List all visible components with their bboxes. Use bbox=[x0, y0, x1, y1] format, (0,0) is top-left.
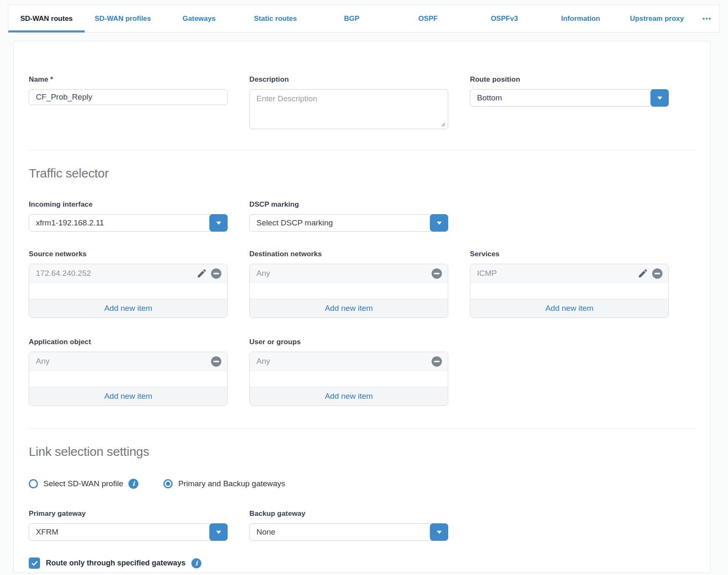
dscp-marking-value: Select DSCP marking bbox=[256, 218, 333, 228]
radio-label: Select SD-WAN profile bbox=[43, 479, 123, 488]
backup-gateway-field-group: Backup gateway None bbox=[249, 510, 448, 541]
info-icon[interactable]: i bbox=[191, 558, 201, 568]
more-tabs-icon[interactable]: ••• bbox=[695, 5, 719, 32]
tab-bgp[interactable]: BGP bbox=[314, 5, 390, 32]
application-object-listbox: Any Add new item bbox=[29, 352, 228, 406]
list-item: Any bbox=[250, 352, 448, 371]
add-new-item-button[interactable]: Add new item bbox=[470, 299, 668, 318]
services-listbox: ICMP Add new item bbox=[470, 264, 669, 318]
list-item: 172.64.240.252 bbox=[29, 264, 227, 283]
tab-static-routes[interactable]: Static routes bbox=[237, 5, 314, 32]
dscp-marking-select[interactable]: Select DSCP marking bbox=[249, 214, 448, 232]
dscp-marking-label: DSCP marking bbox=[249, 200, 448, 209]
description-textarea[interactable] bbox=[249, 89, 448, 129]
tab-ospfv3[interactable]: OSPFv3 bbox=[466, 5, 542, 32]
destination-networks-label: Destination networks bbox=[249, 250, 448, 258]
add-new-item-button[interactable]: Add new item bbox=[250, 299, 448, 318]
tab-upstream-proxy[interactable]: Upstream proxy bbox=[619, 5, 695, 32]
chevron-down-icon[interactable] bbox=[430, 214, 448, 232]
services-label: Services bbox=[470, 250, 669, 258]
section-divider bbox=[29, 150, 695, 150]
dscp-marking-field-group: DSCP marking Select DSCP marking bbox=[249, 200, 448, 232]
name-label: Name * bbox=[29, 75, 228, 84]
source-networks-field-group: Source networks 172.64.240.252 Add new i… bbox=[29, 250, 228, 318]
checkbox-checked-icon[interactable] bbox=[29, 558, 40, 569]
radio-icon[interactable] bbox=[163, 479, 173, 488]
incoming-interface-field-group: Incoming interface xfrm1-192.168.2.11 bbox=[29, 200, 228, 232]
route-position-field-group: Route position Bottom bbox=[470, 75, 669, 131]
route-position-select[interactable]: Bottom bbox=[470, 89, 669, 107]
sdwan-route-form-card: Name * Description Route position Bottom bbox=[13, 41, 710, 573]
incoming-interface-value: xfrm1-192.168.2.11 bbox=[36, 218, 104, 228]
incoming-interface-label: Incoming interface bbox=[29, 200, 228, 209]
primary-gateway-value: XFRM bbox=[36, 528, 58, 537]
radio-label: Primary and Backup gateways bbox=[178, 479, 285, 488]
chevron-down-icon[interactable] bbox=[209, 214, 228, 232]
primary-gateway-field-group: Primary gateway XFRM bbox=[29, 510, 228, 541]
radio-icon[interactable] bbox=[29, 479, 38, 488]
chevron-down-icon[interactable] bbox=[650, 89, 669, 107]
list-item-text: Any bbox=[36, 357, 211, 366]
remove-minus-icon[interactable] bbox=[211, 356, 222, 367]
list-item-text: ICMP bbox=[477, 269, 638, 278]
remove-minus-icon[interactable] bbox=[431, 356, 442, 367]
add-new-item-button[interactable]: Add new item bbox=[29, 387, 227, 405]
tab-sdwan-routes[interactable]: SD-WAN routes bbox=[8, 5, 85, 32]
services-field-group: Services ICMP Add new item bbox=[470, 250, 669, 318]
chevron-down-icon[interactable] bbox=[430, 523, 448, 541]
chevron-down-icon[interactable] bbox=[209, 523, 228, 541]
traffic-selector-heading: Traffic selector bbox=[29, 166, 695, 180]
backup-gateway-value: None bbox=[256, 528, 275, 537]
edit-pencil-icon[interactable] bbox=[196, 268, 207, 279]
list-item-text: Any bbox=[256, 357, 431, 366]
backup-gateway-label: Backup gateway bbox=[249, 510, 448, 518]
radio-primary-backup-gateways[interactable]: Primary and Backup gateways bbox=[163, 479, 285, 488]
user-or-groups-label: User or groups bbox=[249, 338, 448, 346]
route-position-value: Bottom bbox=[477, 93, 502, 102]
list-item-text: Any bbox=[256, 269, 431, 278]
user-or-groups-field-group: User or groups Any Add new item bbox=[249, 338, 448, 406]
list-item: ICMP bbox=[470, 264, 668, 283]
incoming-interface-select[interactable]: xfrm1-192.168.2.11 bbox=[29, 214, 228, 232]
route-only-checkbox-label: Route only through specified gateways bbox=[46, 559, 186, 568]
info-icon[interactable]: i bbox=[128, 479, 138, 489]
add-new-item-button[interactable]: Add new item bbox=[250, 387, 448, 405]
application-object-label: Application object bbox=[29, 338, 228, 346]
name-input[interactable] bbox=[29, 89, 228, 105]
description-field-group: Description bbox=[249, 75, 448, 131]
add-new-item-button[interactable]: Add new item bbox=[29, 299, 227, 318]
tab-information[interactable]: Information bbox=[542, 5, 619, 32]
name-field-group: Name * bbox=[29, 75, 228, 131]
remove-minus-icon[interactable] bbox=[431, 268, 442, 279]
section-divider bbox=[29, 428, 695, 429]
source-networks-label: Source networks bbox=[29, 250, 228, 258]
remove-minus-icon[interactable] bbox=[211, 268, 222, 279]
top-tab-bar: SD-WAN routes SD-WAN profiles Gateways S… bbox=[8, 5, 720, 32]
source-networks-listbox: 172.64.240.252 Add new item bbox=[29, 264, 228, 318]
route-only-checkbox-row: Route only through specified gateways i bbox=[29, 558, 695, 575]
destination-networks-listbox: Any Add new item bbox=[249, 264, 448, 318]
list-item: Any bbox=[29, 352, 227, 371]
tab-sdwan-profiles[interactable]: SD-WAN profiles bbox=[85, 5, 161, 32]
application-object-field-group: Application object Any Add new item bbox=[29, 338, 228, 406]
tab-ospf[interactable]: OSPF bbox=[390, 5, 466, 32]
primary-gateway-label: Primary gateway bbox=[29, 510, 228, 518]
radio-select-sdwan-profile[interactable]: Select SD-WAN profile i bbox=[29, 479, 138, 489]
link-selection-heading: Link selection settings bbox=[29, 445, 695, 459]
backup-gateway-select[interactable]: None bbox=[249, 523, 448, 541]
route-position-label: Route position bbox=[470, 75, 669, 84]
resize-handle-icon[interactable] bbox=[439, 121, 445, 127]
destination-networks-field-group: Destination networks Any Add new item bbox=[249, 250, 448, 318]
primary-gateway-select[interactable]: XFRM bbox=[29, 523, 228, 541]
list-item-text: 172.64.240.252 bbox=[36, 269, 196, 278]
remove-minus-icon[interactable] bbox=[652, 268, 663, 279]
user-or-groups-listbox: Any Add new item bbox=[249, 352, 448, 406]
description-label: Description bbox=[249, 75, 448, 84]
tab-gateways[interactable]: Gateways bbox=[161, 5, 237, 32]
list-item: Any bbox=[250, 264, 448, 283]
link-selection-radio-row: Select SD-WAN profile i Primary and Back… bbox=[29, 479, 695, 489]
edit-pencil-icon[interactable] bbox=[638, 268, 648, 279]
